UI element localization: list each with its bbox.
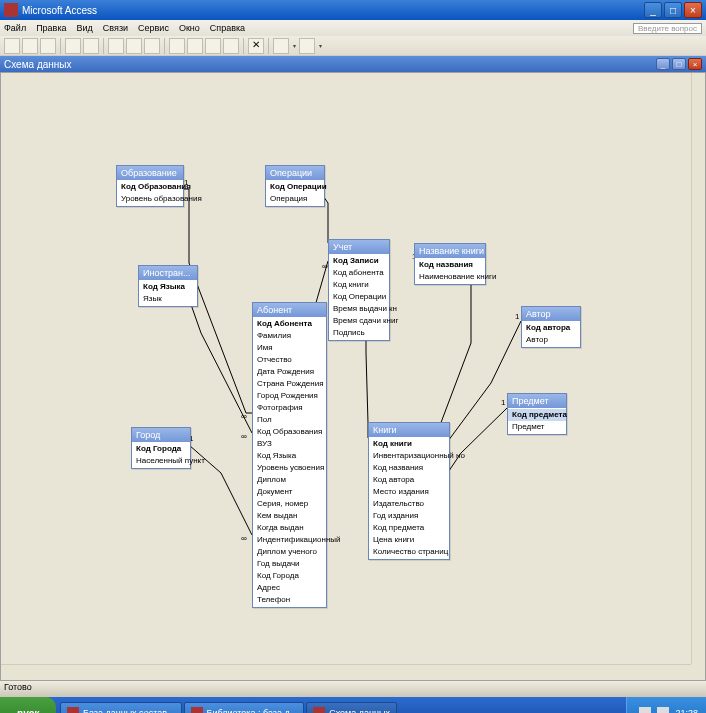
table-field[interactable]: Диплом ученого bbox=[253, 546, 326, 558]
taskbar-item[interactable]: База данных состав... bbox=[60, 702, 182, 713]
close-button[interactable]: × bbox=[684, 2, 702, 18]
menu-view[interactable]: Вид bbox=[77, 23, 93, 33]
table-header[interactable]: Предмет bbox=[508, 394, 566, 408]
schema-maximize-button[interactable]: □ bbox=[672, 58, 686, 70]
taskbar-item[interactable]: Библиотека : база д... bbox=[184, 702, 305, 713]
table-city[interactable]: Город Код Города Населенный пункт bbox=[131, 427, 191, 469]
table-field[interactable]: Код Операции bbox=[266, 181, 324, 193]
table-field[interactable]: Код Образования bbox=[253, 426, 326, 438]
table-field[interactable]: Цена книги bbox=[369, 534, 449, 546]
ask-question-box[interactable]: Введите вопрос bbox=[633, 23, 702, 34]
table-operation[interactable]: Операции Код Операции Операция bbox=[265, 165, 325, 207]
system-tray[interactable]: 21:28 bbox=[626, 697, 706, 713]
tool-save-icon[interactable] bbox=[40, 38, 56, 54]
tool-help-icon[interactable] bbox=[299, 38, 315, 54]
table-field[interactable]: Адрес bbox=[253, 582, 326, 594]
table-field[interactable]: Кем выдан bbox=[253, 510, 326, 522]
table-field[interactable]: Наименование книги bbox=[415, 271, 485, 283]
table-field[interactable]: Код абонента bbox=[329, 267, 389, 279]
table-language[interactable]: Иностран... Код Языка Язык bbox=[138, 265, 198, 307]
table-field[interactable]: Код автора bbox=[369, 474, 449, 486]
table-book[interactable]: Книги Код книги Инвентаризационный но Ко… bbox=[368, 422, 450, 560]
table-field[interactable]: Город Рождения bbox=[253, 390, 326, 402]
table-field[interactable]: Диплом bbox=[253, 474, 326, 486]
table-field[interactable]: Год издания bbox=[369, 510, 449, 522]
minimize-button[interactable]: _ bbox=[644, 2, 662, 18]
taskbar-item[interactable]: Схема данных bbox=[306, 702, 397, 713]
table-field[interactable]: Место издания bbox=[369, 486, 449, 498]
tool-delete-icon[interactable]: ✕ bbox=[248, 38, 264, 54]
tool-office-icon[interactable] bbox=[273, 38, 289, 54]
table-field[interactable]: Населенный пункт bbox=[132, 455, 190, 467]
tool-all-relations-icon[interactable] bbox=[223, 38, 239, 54]
schema-close-button[interactable]: × bbox=[688, 58, 702, 70]
table-header[interactable]: Учет bbox=[329, 240, 389, 254]
table-header[interactable]: Иностран... bbox=[139, 266, 197, 280]
menu-window[interactable]: Окно bbox=[179, 23, 200, 33]
table-field[interactable]: Время сдачи книг bbox=[329, 315, 389, 327]
table-field[interactable]: Время выдачи кн bbox=[329, 303, 389, 315]
tool-preview-icon[interactable] bbox=[83, 38, 99, 54]
table-uchet[interactable]: Учет Код Записи Код абонента Код книги К… bbox=[328, 239, 390, 341]
table-field[interactable]: Подпись bbox=[329, 327, 389, 339]
table-field[interactable]: Документ bbox=[253, 486, 326, 498]
table-field[interactable]: Код названия bbox=[369, 462, 449, 474]
tool-open-icon[interactable] bbox=[22, 38, 38, 54]
table-field[interactable]: Код Языка bbox=[139, 281, 197, 293]
tool-copy-icon[interactable] bbox=[126, 38, 142, 54]
table-field[interactable]: Код Города bbox=[132, 443, 190, 455]
table-field[interactable]: Код Города bbox=[253, 570, 326, 582]
menu-file[interactable]: Файл bbox=[4, 23, 26, 33]
table-field[interactable]: Код Операции bbox=[329, 291, 389, 303]
table-field[interactable]: Фамилия bbox=[253, 330, 326, 342]
table-field[interactable]: ВУЗ bbox=[253, 438, 326, 450]
start-button[interactable]: пуск bbox=[0, 697, 56, 713]
table-field[interactable]: Код книги bbox=[329, 279, 389, 291]
table-field[interactable]: Код книги bbox=[369, 438, 449, 450]
table-field[interactable]: Пол bbox=[253, 414, 326, 426]
table-header[interactable]: Образование bbox=[117, 166, 183, 180]
table-field[interactable]: Издательство bbox=[369, 498, 449, 510]
schema-minimize-button[interactable]: _ bbox=[656, 58, 670, 70]
toolbar-dropdown-icon[interactable]: ▾ bbox=[291, 38, 297, 54]
table-field[interactable]: Фотография bbox=[253, 402, 326, 414]
table-field[interactable]: Код названия bbox=[415, 259, 485, 271]
tool-add-table-icon[interactable] bbox=[169, 38, 185, 54]
table-field[interactable]: Год выдачи bbox=[253, 558, 326, 570]
table-header[interactable]: Абонент bbox=[253, 303, 326, 317]
table-field[interactable]: Язык bbox=[139, 293, 197, 305]
tool-show-table-icon[interactable] bbox=[187, 38, 203, 54]
table-header[interactable]: Автор bbox=[522, 307, 580, 321]
table-field[interactable]: Телефон bbox=[253, 594, 326, 606]
table-field[interactable]: Код предмета bbox=[508, 409, 566, 421]
menu-relations[interactable]: Связи bbox=[103, 23, 128, 33]
table-field[interactable]: Код автора bbox=[522, 322, 580, 334]
table-field[interactable]: Уровень усвоения bbox=[253, 462, 326, 474]
table-field[interactable]: Индентификационный bbox=[253, 534, 326, 546]
menu-edit[interactable]: Правка bbox=[36, 23, 66, 33]
table-header[interactable]: Книги bbox=[369, 423, 449, 437]
table-field[interactable]: Инвентаризационный но bbox=[369, 450, 449, 462]
table-author[interactable]: Автор Код автора Автор bbox=[521, 306, 581, 348]
vertical-scrollbar[interactable] bbox=[691, 73, 705, 664]
table-field[interactable]: Код Языка bbox=[253, 450, 326, 462]
table-field[interactable]: Код Записи bbox=[329, 255, 389, 267]
schema-canvas[interactable]: 1∞ 1∞ 1∞ 1∞ 1 ∞1 ∞1 ∞1 ∞1 bbox=[1, 73, 693, 664]
maximize-button[interactable]: □ bbox=[664, 2, 682, 18]
table-booktitle[interactable]: Название книги Код названия Наименование… bbox=[414, 243, 486, 285]
table-field[interactable]: Дата Рождения bbox=[253, 366, 326, 378]
menu-service[interactable]: Сервис bbox=[138, 23, 169, 33]
table-field[interactable]: Код Абонента bbox=[253, 318, 326, 330]
tool-new-icon[interactable] bbox=[4, 38, 20, 54]
horizontal-scrollbar[interactable] bbox=[1, 664, 691, 680]
table-header[interactable]: Название книги bbox=[415, 244, 485, 258]
tray-icon[interactable] bbox=[657, 707, 669, 713]
table-field[interactable]: Код Образования bbox=[117, 181, 183, 193]
table-education[interactable]: Образование Код Образования Уровень обра… bbox=[116, 165, 184, 207]
table-field[interactable]: Уровень образования bbox=[117, 193, 183, 205]
table-subject[interactable]: Предмет Код предмета Предмет bbox=[507, 393, 567, 435]
table-field[interactable]: Количество страниц bbox=[369, 546, 449, 558]
table-field[interactable]: Когда выдан bbox=[253, 522, 326, 534]
table-field[interactable]: Код предмета bbox=[369, 522, 449, 534]
table-header[interactable]: Город bbox=[132, 428, 190, 442]
